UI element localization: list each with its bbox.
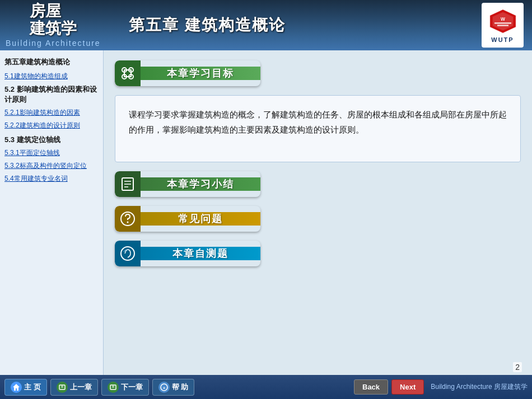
sidebar-item-5-2-active: 5.2 影响建筑构造的因素和设计原则 xyxy=(4,85,99,105)
wutp-logo: W WUTP xyxy=(482,3,524,48)
next-chapter-button[interactable]: 下一章 xyxy=(101,379,149,396)
svg-rect-9 xyxy=(124,70,131,77)
sidebar-item-5-2-1[interactable]: 5.2.1影响建筑构造的因素 xyxy=(4,108,99,118)
faq-button[interactable]: 常见问题 xyxy=(115,206,260,232)
objectives-text: 课程学习要求掌握建筑构造的概念，了解建筑构造的任务、房屋的根本组成和各组成局部在… xyxy=(129,110,507,134)
summary-label: 本章学习小结 xyxy=(141,177,260,191)
summary-button[interactable]: 本章学习小结 xyxy=(115,171,260,197)
sidebar-item-5-4[interactable]: 5.4常用建筑专业名词 xyxy=(4,174,99,184)
next-button[interactable]: Next xyxy=(391,379,424,395)
prev-label: 上一章 xyxy=(70,382,92,392)
svg-text:+: + xyxy=(162,386,165,391)
objectives-text-box: 课程学习要求掌握建筑构造的概念，了解建筑构造的任务、房屋的根本组成和各组成局部在… xyxy=(115,95,521,162)
logo-area: 房屋 建筑学 Building Architecture xyxy=(6,3,101,48)
prev-chapter-button[interactable]: 上一章 xyxy=(50,379,98,396)
summary-icon-svg xyxy=(119,176,136,193)
wutp-label: WUTP xyxy=(491,36,514,43)
summary-icon xyxy=(115,171,141,197)
svg-rect-3 xyxy=(494,22,511,24)
bottom-bar: 主 页 上一章 下一章 + 帮 助 xyxy=(0,375,532,399)
page-title: 第五章 建筑构造概论 xyxy=(129,15,286,36)
home-button[interactable]: 主 页 xyxy=(4,379,47,396)
help-label: 帮 助 xyxy=(172,382,189,392)
quiz-icon-svg xyxy=(119,245,136,262)
brand-label: Building Architecture 房屋建筑学 xyxy=(431,382,528,392)
wutp-icon-svg: W xyxy=(489,7,517,35)
objectives-label: 本章学习目标 xyxy=(141,67,260,80)
help-button[interactable]: + 帮 助 xyxy=(152,379,195,396)
help-icon: + xyxy=(158,382,170,393)
prev-icon xyxy=(57,382,68,393)
sidebar: 第五章建筑构造概论 5.1建筑物的构造组成 5.2 影响建筑构造的因素和设计原则… xyxy=(0,50,104,375)
svg-rect-4 xyxy=(497,25,508,26)
objectives-button[interactable]: 本章学习目标 xyxy=(115,60,260,86)
quiz-button[interactable]: 本章自测题 xyxy=(115,241,260,266)
quiz-label: 本章自测题 xyxy=(141,247,260,260)
sidebar-item-5-3-1[interactable]: 5.3.1平面定位轴线 xyxy=(4,148,99,158)
content-area: 本章学习目标 课程学习要求掌握建筑构造的概念，了解建筑构造的任务、房屋的根本组成… xyxy=(104,50,532,375)
svg-point-16 xyxy=(121,247,134,260)
page-number: 2 xyxy=(513,362,522,372)
logo-subtitle: Building Architecture xyxy=(6,39,101,48)
next-chapter-icon xyxy=(108,382,119,393)
sidebar-main-title: 第五章建筑构造概论 xyxy=(4,57,99,67)
faq-icon xyxy=(115,206,141,232)
header: 房屋 建筑学 Building Architecture 第五章 建筑构造概论 … xyxy=(0,0,532,50)
objectives-icon xyxy=(115,60,141,86)
sidebar-item-5-1[interactable]: 5.1建筑物的构造组成 xyxy=(4,72,99,81)
faq-label: 常见问题 xyxy=(141,212,260,226)
logo-text: 房屋 建筑学 xyxy=(30,3,77,37)
svg-marker-17 xyxy=(13,384,20,391)
next-chapter-label: 下一章 xyxy=(121,382,143,392)
home-icon xyxy=(11,382,22,393)
svg-point-15 xyxy=(127,222,129,223)
sidebar-item-5-2-2[interactable]: 5.2.2建筑构造的设计原则 xyxy=(4,121,99,130)
main-layout: 第五章建筑构造概论 5.1建筑物的构造组成 5.2 影响建筑构造的因素和设计原则… xyxy=(0,50,532,375)
svg-text:W: W xyxy=(501,16,505,22)
home-label: 主 页 xyxy=(24,382,41,392)
logo-line1: 房屋 xyxy=(30,2,61,20)
logo-line2: 建筑学 xyxy=(30,20,77,37)
sidebar-item-5-3-title: 5.3 建筑定位轴线 xyxy=(4,135,99,145)
sidebar-item-5-3-2[interactable]: 5.3.2标高及构件的竖向定位 xyxy=(4,161,99,171)
faq-icon-svg xyxy=(119,210,136,227)
back-button[interactable]: Back xyxy=(354,379,388,395)
objectives-icon-svg xyxy=(119,65,136,82)
quiz-icon xyxy=(115,241,141,266)
